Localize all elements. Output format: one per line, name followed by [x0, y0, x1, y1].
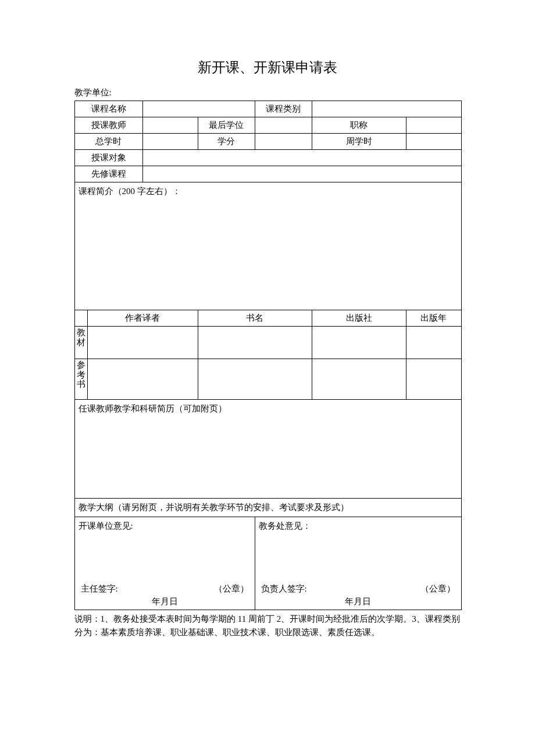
office-opinion-area[interactable]: 教务处意见： 负责人签字: （公章） 年月日 — [255, 517, 461, 610]
office-sign-label: 负责人签字: — [261, 583, 307, 594]
rowhead-textbook: 教材 — [74, 327, 87, 359]
value-target[interactable] — [142, 150, 461, 166]
dept-opinion-label: 开课单位意见: — [79, 521, 251, 532]
dept-opinion-area[interactable]: 开课单位意见: 主任签字: （公章） 年月日 — [74, 517, 255, 610]
label-weekly-hours: 周学时 — [312, 134, 406, 150]
course-intro-label: 课程简介（200 字左右）： — [79, 187, 181, 196]
textbook-publisher[interactable] — [312, 327, 406, 359]
main-table: 课程名称 课程类别 授课教师 最后学位 职称 总学时 学分 周学时 授课对象 先… — [74, 101, 462, 610]
office-date-label: 年月日 — [255, 596, 461, 607]
label-total-hours: 总学时 — [74, 134, 142, 150]
office-opinion-label: 教务处意见： — [259, 521, 458, 532]
label-course-type: 课程类别 — [255, 101, 312, 117]
value-teacher[interactable] — [142, 117, 198, 134]
value-prerequisites[interactable] — [142, 166, 461, 182]
textbook-author[interactable] — [87, 327, 198, 359]
course-intro-area[interactable]: 课程简介（200 字左右）： — [74, 182, 461, 310]
value-weekly-hours[interactable] — [406, 134, 461, 150]
explanation-note: 说明：1、教务处接受本表时间为每学期的 11 周前丁 2、开课时间为经批准后的次… — [74, 612, 461, 639]
value-final-degree[interactable] — [255, 117, 312, 134]
book-header-publisher: 出版社 — [312, 310, 406, 327]
application-form: 新开课、开新课申请表 教学单位: 课程名称 课程类别 授课教师 最后学位 职称 … — [74, 58, 461, 639]
syllabus-label: 教学大纲（请另附页，并说明有关教学环节的安排、考试要求及形式） — [79, 503, 349, 512]
book-header-name: 书名 — [198, 310, 312, 327]
reference-name[interactable] — [198, 359, 312, 400]
value-title-rank[interactable] — [406, 117, 461, 134]
book-header-blank — [74, 310, 87, 327]
reference-author[interactable] — [87, 359, 198, 400]
dept-date-label: 年月日 — [75, 596, 255, 607]
label-course-name: 课程名称 — [74, 101, 142, 117]
reference-publisher[interactable] — [312, 359, 406, 400]
teaching-unit-label: 教学单位: — [74, 87, 461, 98]
reference-year[interactable] — [406, 359, 461, 400]
textbook-name[interactable] — [198, 327, 312, 359]
value-total-hours[interactable] — [142, 134, 198, 150]
textbook-year[interactable] — [406, 327, 461, 359]
value-course-name[interactable] — [142, 101, 255, 117]
page-title: 新开课、开新课申请表 — [74, 58, 461, 77]
value-course-type[interactable] — [312, 101, 461, 117]
label-title-rank: 职称 — [312, 117, 406, 134]
rowhead-reference: 参考书 — [74, 359, 87, 400]
label-final-degree: 最后学位 — [198, 117, 255, 134]
teacher-resume-area[interactable]: 任课教师教学和科研简历（可加附页） — [74, 400, 461, 499]
dept-sign-label: 主任签字: — [81, 583, 118, 594]
office-seal-label: （公章） — [420, 583, 455, 594]
label-credits: 学分 — [198, 134, 255, 150]
label-prerequisites: 先修课程 — [74, 166, 142, 182]
label-target: 授课对象 — [74, 150, 142, 166]
dept-seal-label: （公章） — [214, 583, 249, 594]
teacher-resume-label: 任课教师教学和科研简历（可加附页） — [79, 404, 227, 413]
syllabus-area[interactable]: 教学大纲（请另附页，并说明有关教学环节的安排、考试要求及形式） — [74, 499, 461, 517]
book-header-author: 作者译者 — [87, 310, 198, 327]
book-header-year: 出版年 — [406, 310, 461, 327]
label-teacher: 授课教师 — [74, 117, 142, 134]
value-credits[interactable] — [255, 134, 312, 150]
